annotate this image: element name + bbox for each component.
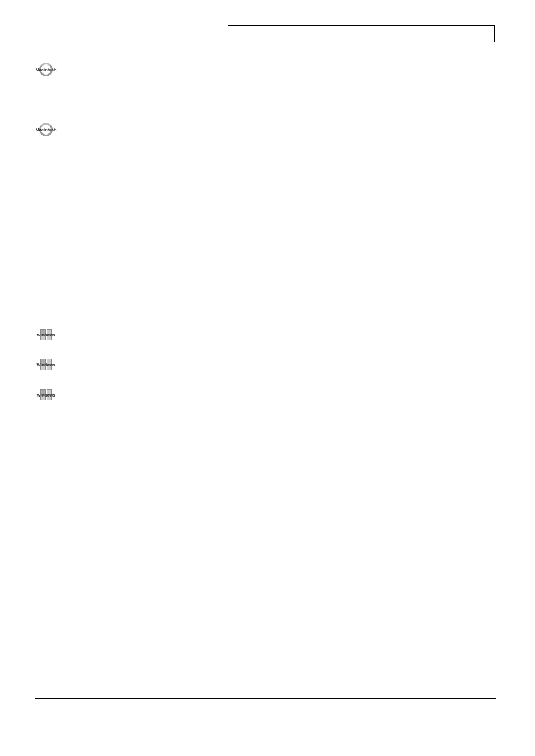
header-box — [228, 25, 495, 42]
badge-label: Windows — [37, 333, 56, 338]
macintosh-badge: Macintosh — [35, 62, 57, 77]
badge-label: Windows — [37, 393, 56, 398]
windows-badge: Windows — [35, 357, 57, 372]
badge-label: Windows — [37, 362, 56, 367]
windows-badge: Windows — [35, 327, 57, 343]
badge-label: Macintosh — [35, 67, 56, 72]
footer-divider — [35, 698, 496, 699]
badge-label: Macintosh — [35, 127, 56, 132]
windows-badge: Windows — [35, 387, 57, 403]
macintosh-badge: Macintosh — [35, 122, 57, 137]
